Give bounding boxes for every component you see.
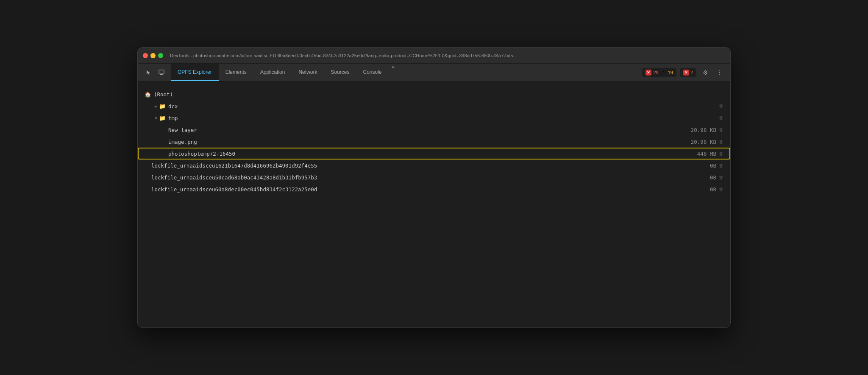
list-item[interactable]: lockfile_urnaaidsceu1621b1647d8d4166962b… <box>138 160 730 171</box>
error-icon: ✕ <box>645 70 651 76</box>
file-name: lockfile_urnaaidsceu60a8dec00ec045bd834f… <box>151 186 710 193</box>
settings-button[interactable]: ⚙ <box>700 67 711 78</box>
svg-rect-2 <box>161 75 162 75</box>
tab-network[interactable]: Network <box>292 64 324 81</box>
folder-icon: 📁 <box>159 103 166 109</box>
root-icon: 🏠 <box>145 91 151 98</box>
file-size: 0B <box>710 186 716 193</box>
file-name: photoshoptemp72-16450 <box>168 151 697 157</box>
error-count: 29 <box>653 70 658 75</box>
badge2-count: 2 <box>690 70 693 75</box>
cursor-icon <box>146 70 152 76</box>
list-item[interactable]: ▼ 📁 tmp 🗑 <box>138 112 730 124</box>
delete-icon[interactable]: 🗑 <box>719 115 723 121</box>
delete-icon[interactable]: 🗑 <box>719 127 723 133</box>
tab-elements[interactable]: Elements <box>219 64 253 81</box>
svg-rect-1 <box>160 74 163 75</box>
delete-icon[interactable]: 🗑 <box>719 151 723 157</box>
tab-console[interactable]: Console <box>356 64 389 81</box>
chevron-icon: ▼ <box>155 116 157 120</box>
file-size: 0B <box>710 174 716 181</box>
folder-name: tmp <box>168 115 719 121</box>
tab-opfs[interactable]: OPFS Explorer <box>171 64 219 81</box>
list-item[interactable]: New layer 20.98 KB 🗑 <box>138 124 730 136</box>
badge2-icon: ✕ <box>683 70 689 76</box>
file-name: New layer <box>168 127 691 133</box>
list-item[interactable]: lockfile_urnaaidsceu60a8dec00ec045bd834f… <box>138 183 730 195</box>
svg-rect-0 <box>159 70 164 74</box>
list-item[interactable]: ▶ 📁 dcx 🗑 <box>138 100 730 112</box>
badge2-group[interactable]: ✕ 2 <box>680 68 696 77</box>
title-bar: DevTools - photoshop.adobe.com/id/urn:aa… <box>138 48 730 64</box>
file-size: 20.98 KB <box>691 139 716 145</box>
toolbar: OPFS Explorer Elements Application Netwo… <box>138 64 730 81</box>
file-size: 0B <box>710 162 716 169</box>
minimize-button[interactable] <box>150 53 156 58</box>
list-item[interactable]: lockfile_urnaaidsceu50cad68ab0ac43428a8d… <box>138 171 730 183</box>
file-name: lockfile_urnaaidsceu1621b1647d8d4166962b… <box>151 162 710 169</box>
folder-name: dcx <box>168 103 719 109</box>
toolbar-left <box>139 64 171 81</box>
delete-icon[interactable]: 🗑 <box>719 139 723 145</box>
cursor-icon-button[interactable] <box>143 67 155 78</box>
delete-icon[interactable]: 🗑 <box>719 175 723 180</box>
root-label: (Root) <box>154 91 723 98</box>
content-area: 🏠 (Root) ▶ 📁 dcx 🗑 ▼ 📁 tmp 🗑 New layer 2… <box>138 81 730 327</box>
warning-count: 19 <box>668 70 673 75</box>
traffic-lights <box>143 53 163 58</box>
delete-icon[interactable]: 🗑 <box>719 104 723 109</box>
more-tabs-button[interactable]: » <box>389 64 398 81</box>
close-button[interactable] <box>143 53 148 58</box>
file-size: 20.98 KB <box>691 127 716 133</box>
file-tree: 🏠 (Root) ▶ 📁 dcx 🗑 ▼ 📁 tmp 🗑 New layer 2… <box>138 88 730 195</box>
warning-icon: ⚠ <box>660 70 666 76</box>
file-name: lockfile_urnaaidsceu50cad68ab0ac43428a8d… <box>151 174 710 181</box>
file-size: 448 MB <box>697 151 716 157</box>
file-name: image.png <box>168 139 691 145</box>
tab-application[interactable]: Application <box>253 64 292 81</box>
root-row[interactable]: 🏠 (Root) <box>138 88 730 100</box>
folder-icon: 📁 <box>159 115 166 121</box>
more-options-button[interactable]: ⋮ <box>714 67 725 78</box>
devtools-window: DevTools - photoshop.adobe.com/id/urn:aa… <box>137 47 731 328</box>
chevron-icon: ▶ <box>155 104 157 109</box>
window-title: DevTools - photoshop.adobe.com/id/urn:aa… <box>170 53 725 58</box>
delete-icon[interactable]: 🗑 <box>719 187 723 192</box>
list-item[interactable]: image.png 20.98 KB 🗑 <box>138 136 730 148</box>
toolbar-right: ✕ 29 ⚠ 19 ✕ 2 ⚙ ⋮ <box>639 64 729 81</box>
delete-icon[interactable]: 🗑 <box>719 163 723 168</box>
error-badge-group[interactable]: ✕ 29 ⚠ 19 <box>642 68 676 77</box>
list-item[interactable]: photoshoptemp72-16450 448 MB 🗑 <box>138 148 730 160</box>
inspect-icon-button[interactable] <box>156 67 167 78</box>
inspect-icon <box>159 70 164 76</box>
tab-sources[interactable]: Sources <box>324 64 356 81</box>
maximize-button[interactable] <box>158 53 163 58</box>
